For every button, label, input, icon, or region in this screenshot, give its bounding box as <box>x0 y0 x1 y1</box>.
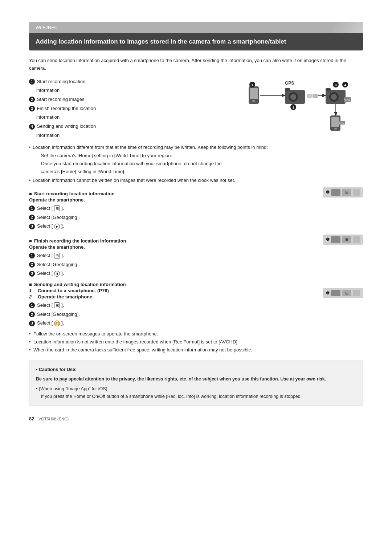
section2-step2: 2 Select [Geotagging]. <box>29 260 287 269</box>
grid-icon-1: ⊞ <box>54 205 60 211</box>
svg-text:GPS: GPS <box>285 81 294 86</box>
cam-btn-2b: ⊞ <box>342 236 351 243</box>
svg-text:GPS: GPS <box>339 122 344 124</box>
section2: Finish recording the location informatio… <box>29 235 363 278</box>
page-title: Adding location information to images st… <box>29 33 363 50</box>
svg-point-17 <box>331 94 337 100</box>
wifi-banner: Wi-Fi/NFC <box>29 22 363 33</box>
page: Wi-Fi/NFC Adding location information to… <box>0 0 392 554</box>
section3-numbered-step1: 1 Connect to a smartphone. (P76) <box>29 288 287 293</box>
svg-text:1: 1 <box>251 83 253 87</box>
caution-title: • Cautions for Use: <box>36 366 356 374</box>
section1-header: Start recording location information <box>29 191 287 196</box>
cam-btn-2c <box>353 236 360 243</box>
section1-step3: 3 Select [ ▶ ]. <box>29 222 287 231</box>
cam-strip-2: ❶ ⊞ <box>323 235 363 245</box>
diagram-row: 1 Start recording location information 2… <box>29 77 363 140</box>
grid-icon-3: ⊞ <box>54 302 60 308</box>
pause-icon-2: ⏸ <box>54 271 60 277</box>
diagram-notes: • Location information different from th… <box>29 143 363 184</box>
section2-step1: 1 Select [ ⊞ ]. <box>29 251 287 260</box>
svg-rect-13 <box>313 94 318 98</box>
svg-rect-28 <box>334 128 337 130</box>
diagram-right: GPS 1 1 <box>240 77 363 132</box>
svg-rect-18 <box>326 88 331 91</box>
diagram-svg: GPS 1 1 <box>241 77 361 132</box>
cam-btn-2a <box>331 236 340 243</box>
svg-text:4: 4 <box>344 83 346 87</box>
section3-numbered-step2: 2 Operate the smartphone. <box>29 294 287 300</box>
grid-icon-2: ⊞ <box>54 253 60 258</box>
section3-left: 1 Connect to a smartphone. (P76) 2 Opera… <box>29 288 287 354</box>
section2-row: Finish recording the location informatio… <box>29 235 363 278</box>
diagram-step-1: 1 Start recording location information <box>29 77 236 95</box>
svg-rect-2 <box>252 100 255 102</box>
section1-subheader: Operate the smartphone. <box>29 197 287 203</box>
step-circle-1: 1 <box>29 79 35 85</box>
wifi-label: Wi-Fi/NFC <box>36 25 58 30</box>
diagram-step-2: 2 Start recording images <box>29 95 236 104</box>
caution-bold-text: Be sure to pay special attention to the … <box>36 375 356 383</box>
section1: Start recording location information Ope… <box>29 187 363 231</box>
svg-rect-27 <box>331 117 339 127</box>
section1-row: Start recording location information Ope… <box>29 187 363 231</box>
section3-step2: 2 Select [Geotagging]. <box>29 310 287 319</box>
diagram-left: 1 Start recording location information 2… <box>29 77 236 140</box>
section3-header: Sending and writing location information <box>29 282 363 287</box>
cam-strip-1: ❶ ⊞ <box>323 187 363 197</box>
footer: 82 VQT5H68 (ENG) <box>29 416 363 421</box>
cam-btn-3a <box>331 290 340 296</box>
section3-notes: • Follow the on-screen messages to opera… <box>29 330 287 354</box>
cam-strip-3: ❶ ⊞ <box>323 288 363 298</box>
section2-step3: 3 Select [ ⏸ ]. <box>29 269 287 278</box>
diagram-step-4: 4 Sending and writing location informati… <box>29 122 236 140</box>
step-circle-2: 2 <box>29 97 35 102</box>
section2-subheader: Operate the smartphone. <box>29 244 287 250</box>
intro-text: You can send location information acquir… <box>29 57 363 72</box>
wifi-icon-3: 📶 <box>54 321 60 326</box>
svg-point-8 <box>290 94 296 100</box>
cam-btn-1c <box>353 189 360 196</box>
section3-step3: 3 Select [ 📶 ]. <box>29 319 287 328</box>
svg-text:GPS: GPS <box>344 98 350 101</box>
caution-box: • Cautions for Use: Be sure to pay speci… <box>29 360 363 406</box>
step-circle-3: 3 <box>29 106 35 111</box>
section1-right: ❶ ⊞ <box>290 187 363 197</box>
svg-rect-9 <box>285 88 290 91</box>
svg-text:1: 1 <box>292 106 294 109</box>
cam-btn-3c <box>353 290 360 296</box>
section1-left: Start recording location information Ope… <box>29 187 287 231</box>
play-icon-1: ▶ <box>54 224 60 229</box>
step-circle-4: 4 <box>29 124 35 130</box>
diagram-step-3: 3 Finish recording the location informat… <box>29 104 236 122</box>
svg-text:3: 3 <box>335 83 336 87</box>
caution-ios-text: If you press the Home or On/Off button o… <box>36 393 356 400</box>
cam-btn-1a <box>331 189 340 196</box>
svg-rect-1 <box>250 88 258 99</box>
section3-row: 1 Connect to a smartphone. (P76) 2 Opera… <box>29 288 363 354</box>
page-number: 82 <box>29 416 34 421</box>
section2-header: Finish recording the location informatio… <box>29 238 287 244</box>
section3-right: ❶ ⊞ <box>290 288 363 298</box>
svg-rect-12 <box>307 94 312 98</box>
doc-id: VQT5H68 (ENG) <box>38 417 69 421</box>
cam-btn-3b: ⊞ <box>342 290 351 296</box>
cam-btn-1b: ⊞ <box>342 189 351 196</box>
section3: Sending and writing location information… <box>29 282 363 354</box>
section1-step2: 2 Select [Geotagging]. <box>29 213 287 222</box>
section1-step1: 1 Select [ ⊞ ]. <box>29 204 287 213</box>
caution-ios-label: • (When using "Image App" for iOS) <box>36 385 356 393</box>
section2-right: ❶ ⊞ <box>290 235 363 245</box>
section3-step1: 1 Select [ ⊞ ]. <box>29 301 287 310</box>
section2-left: Finish recording the location informatio… <box>29 235 287 278</box>
